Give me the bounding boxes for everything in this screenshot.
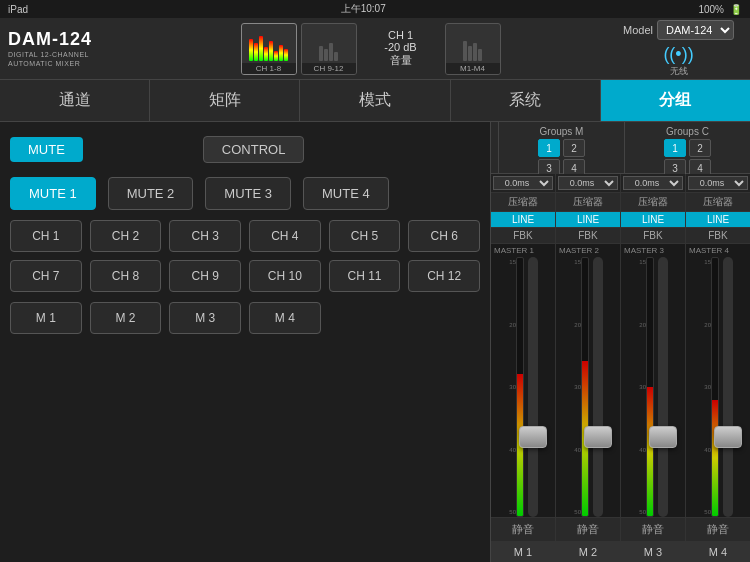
left-panel: MUTE CONTROL MUTE 1 MUTE 2 MUTE 3 MUTE 4…	[0, 122, 490, 562]
mute-group-2[interactable]: MUTE 2	[108, 177, 194, 210]
fader-handle-4[interactable]	[714, 426, 742, 448]
master-label-1: MASTER 1	[491, 244, 534, 257]
nav-tabs: 通道 矩阵 模式 系统 分组	[0, 80, 750, 122]
ch-5[interactable]: CH 5	[329, 220, 401, 252]
m-2[interactable]: M 2	[90, 302, 162, 334]
m-label-2: M 2	[556, 542, 620, 562]
thumb-ch1-8[interactable]: CH 1-8	[241, 23, 297, 75]
m-4[interactable]: M 4	[249, 302, 321, 334]
thumb-label-3: M1-M4	[446, 63, 500, 74]
line-label-3[interactable]: LINE	[621, 212, 685, 228]
fader-area-1: MASTER 1 15 20 30 40 50	[491, 244, 555, 517]
ch-4[interactable]: CH 4	[249, 220, 321, 252]
ch-6[interactable]: CH 6	[408, 220, 480, 252]
mute-group-4[interactable]: MUTE 4	[303, 177, 389, 210]
m-label-1: M 1	[491, 542, 555, 562]
tab-system[interactable]: 系统	[451, 80, 601, 121]
mute-btn-3[interactable]: 静音	[621, 517, 685, 542]
logo-area: DAM-124 DIGITAL 12-CHANNEL AUTOMATIC MIX…	[8, 29, 118, 68]
fbk-label-3[interactable]: FBK	[621, 228, 685, 244]
groups-m-btn-2[interactable]: 2	[563, 139, 585, 157]
fader-handle-2[interactable]	[584, 426, 612, 448]
thumb-m1-m4[interactable]: M1-M4	[445, 23, 501, 75]
groups-m-title: Groups M	[540, 126, 584, 137]
wifi-label: 无线	[663, 65, 693, 78]
fader-handle-3[interactable]	[649, 426, 677, 448]
comp-label-1: 压缩器	[491, 193, 555, 212]
groups-c-btn-2[interactable]: 2	[689, 139, 711, 157]
mute-group-1[interactable]: MUTE 1	[10, 177, 96, 210]
fader-track-area-1: 15 20 30 40 50	[491, 257, 555, 517]
meter-fill-3	[647, 387, 653, 516]
logo-sub1: DIGITAL 12-CHANNEL	[8, 50, 118, 59]
wifi-icon: ((•))	[663, 44, 693, 65]
top-bar: DAM-124 DIGITAL 12-CHANNEL AUTOMATIC MIX…	[0, 18, 750, 80]
fbk-label-4[interactable]: FBK	[686, 228, 750, 244]
fader-handle-1[interactable]	[519, 426, 547, 448]
master-label-4: MASTER 4	[686, 244, 729, 257]
tab-channel[interactable]: 通道	[0, 80, 150, 121]
delay-select-4[interactable]: 0.0ms	[688, 176, 748, 190]
fader-area-4: MASTER 4 15 20 30 40 50	[686, 244, 750, 517]
tick-marks-3: 15 20 30 40 50	[634, 257, 646, 517]
fader-track-area-3: 15 20 30 40 50	[621, 257, 685, 517]
groups-m-btn-1[interactable]: 1	[538, 139, 560, 157]
status-left: iPad	[8, 4, 28, 15]
ch-2[interactable]: CH 2	[90, 220, 162, 252]
status-bar: iPad 上午10:07 100% 🔋	[0, 0, 750, 18]
thumb-label-2: CH 9-12	[302, 63, 356, 74]
fbk-label-2[interactable]: FBK	[556, 228, 620, 244]
mute-btn-4[interactable]: 静音	[686, 517, 750, 542]
battery-label: 100%	[698, 4, 724, 15]
m-channel-row: M 1 M 2 M 3 M 4	[10, 302, 480, 334]
ch-11[interactable]: CH 11	[329, 260, 401, 292]
line-label-1[interactable]: LINE	[491, 212, 555, 228]
mute-group-3[interactable]: MUTE 3	[205, 177, 291, 210]
logo-title: DAM-124	[8, 29, 118, 50]
meter-bar-1	[516, 257, 524, 517]
delay-select-2[interactable]: 0.0ms	[558, 176, 618, 190]
mixer-col-2: 0.0ms 压缩器 LINE FBK MASTER 2 15 20 30 40 …	[556, 174, 621, 562]
mixer-col-3: 0.0ms 压缩器 LINE FBK MASTER 3 15 20 30 40 …	[621, 174, 686, 562]
tab-mode[interactable]: 模式	[300, 80, 450, 121]
vol-label: 音量	[390, 53, 412, 68]
thumb-label-1: CH 1-8	[242, 63, 296, 74]
ch-7[interactable]: CH 7	[10, 260, 82, 292]
ch-9[interactable]: CH 9	[169, 260, 241, 292]
fader-track-4	[723, 257, 733, 517]
ch-3[interactable]: CH 3	[169, 220, 241, 252]
right-panel: Groups M 1 2 3 4 Groups C 1 2 3 4	[490, 122, 750, 562]
groups-header: Groups M 1 2 3 4 Groups C 1 2 3 4	[491, 122, 750, 174]
ch-1[interactable]: CH 1	[10, 220, 82, 252]
groups-m-col: Groups M 1 2 3 4	[499, 122, 625, 173]
ch-10[interactable]: CH 10	[249, 260, 321, 292]
line-label-2[interactable]: LINE	[556, 212, 620, 228]
groups-c-btn-1[interactable]: 1	[664, 139, 686, 157]
meter-fill-4	[712, 400, 718, 516]
tab-matrix[interactable]: 矩阵	[150, 80, 300, 121]
model-select[interactable]: DAM-124	[657, 20, 734, 40]
center-info: CH 1 -20 dB 音量	[361, 29, 441, 68]
master-label-2: MASTER 2	[556, 244, 599, 257]
delay-select-3[interactable]: 0.0ms	[623, 176, 683, 190]
ch-8[interactable]: CH 8	[90, 260, 162, 292]
fader-track-1	[528, 257, 538, 517]
m-1[interactable]: M 1	[10, 302, 82, 334]
line-label-4[interactable]: LINE	[686, 212, 750, 228]
thumb-ch9-12[interactable]: CH 9-12	[301, 23, 357, 75]
comp-label-2: 压缩器	[556, 193, 620, 212]
tab-group[interactable]: 分组	[601, 80, 750, 121]
control-header-button[interactable]: CONTROL	[203, 136, 305, 163]
ch-12[interactable]: CH 12	[408, 260, 480, 292]
comp-label-4: 压缩器	[686, 193, 750, 212]
mute-header-button[interactable]: MUTE	[10, 137, 83, 162]
fader-area-3: MASTER 3 15 20 30 40 50	[621, 244, 685, 517]
tick-marks-1: 15 20 30 40 50	[504, 257, 516, 517]
m-label-4: M 4	[686, 542, 750, 562]
mute-btn-2[interactable]: 静音	[556, 517, 620, 542]
fbk-label-1[interactable]: FBK	[491, 228, 555, 244]
logo-sub2: AUTOMATIC MIXER	[8, 59, 118, 68]
mute-btn-1[interactable]: 静音	[491, 517, 555, 542]
delay-select-1[interactable]: 0.0ms	[493, 176, 553, 190]
m-3[interactable]: M 3	[169, 302, 241, 334]
